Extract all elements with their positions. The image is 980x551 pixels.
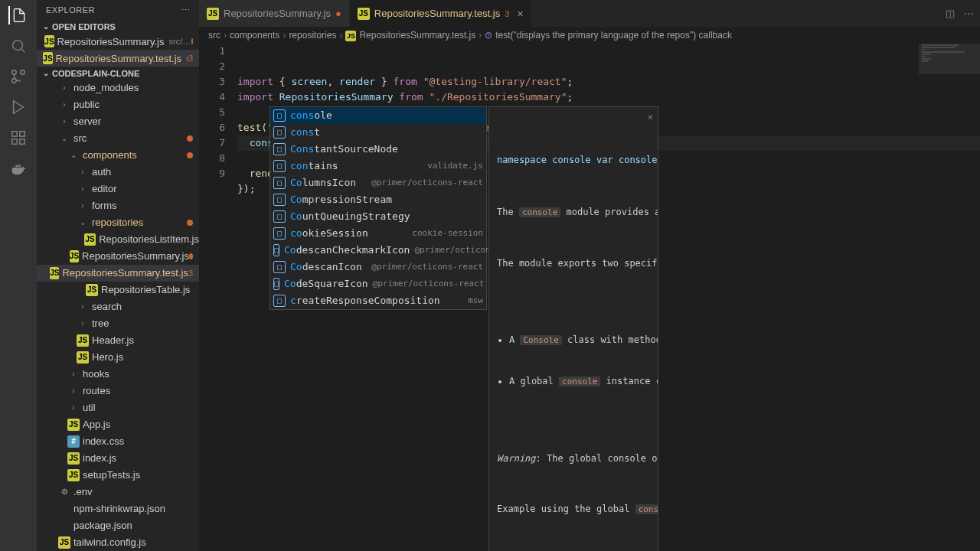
folder-item[interactable]: ⌄components — [37, 147, 199, 164]
file-item[interactable]: JStailwind.config.js — [37, 534, 199, 551]
folder-item[interactable]: ›server — [37, 113, 199, 130]
file-icon: JS — [84, 233, 96, 246]
js-icon: JS — [44, 35, 54, 47]
svg-point-2 — [21, 70, 25, 75]
folder-item[interactable]: ⌄repositories — [37, 214, 199, 231]
suggest-item[interactable]: □containsvalidate.js — [270, 158, 486, 174]
suggest-item[interactable]: □ConstantSourceNode — [270, 141, 486, 158]
modified-dot — [187, 152, 193, 158]
breadcrumb-item[interactable]: repositories — [289, 30, 336, 41]
breadcrumbs[interactable]: src›components›repositories›JS Repositor… — [199, 27, 980, 44]
folder-item[interactable]: ›editor — [37, 181, 199, 197]
tab[interactable]: JSRepositoriesSummary.test.js3× — [350, 0, 532, 27]
file-item[interactable]: JSsetupTests.js — [37, 467, 199, 484]
folder-item[interactable]: ›forms — [37, 197, 199, 214]
doc-signature: namespace console var console: Console — [497, 153, 650, 167]
suggest-item[interactable]: □CodescanCheckmarkIcon@primer/octicons-r… — [270, 242, 486, 259]
folder-item[interactable]: ›hooks — [37, 366, 199, 383]
debug-icon[interactable] — [9, 98, 28, 116]
more-icon[interactable]: ⋯ — [181, 5, 191, 15]
folder-item[interactable]: ⌄src — [37, 130, 199, 147]
symbol-icon: □ — [273, 278, 279, 290]
more-icon[interactable]: ⋯ — [964, 8, 974, 19]
open-editors-header[interactable]: ⌄ OPEN EDITORS — [37, 21, 199, 34]
project-header[interactable]: ⌄ CODESPLAIN-CLONE — [37, 67, 199, 80]
file-item[interactable]: #index.css — [37, 433, 199, 450]
suggest-item[interactable]: □cookieSessioncookie-session — [270, 225, 486, 242]
suggest-item[interactable]: □ColumnsIcon@primer/octicons-react — [270, 174, 486, 191]
svg-line-1 — [21, 49, 24, 52]
suggest-item[interactable]: □CompressionStream — [270, 191, 486, 208]
folder-item[interactable]: ›util — [37, 399, 199, 416]
suggest-item[interactable]: □createResponseCompositionmsw — [270, 292, 486, 309]
close-icon[interactable]: × — [648, 110, 653, 124]
modified-dot — [189, 253, 193, 259]
sidebar-header: EXPLORER ⋯ — [37, 0, 199, 21]
file-item[interactable]: package.json — [37, 517, 199, 534]
chevron-right-icon: › — [77, 184, 89, 193]
folder-item[interactable]: ›node_modules — [37, 80, 199, 96]
file-icon: # — [67, 435, 80, 448]
file-icon: JS — [86, 284, 98, 296]
file-item[interactable]: JSHeader.js — [37, 332, 199, 349]
file-item[interactable]: JSindex.js — [37, 450, 199, 467]
close-icon[interactable]: × — [517, 8, 523, 20]
chevron-down-icon: ⌄ — [67, 151, 80, 159]
folder-item[interactable]: ›auth — [37, 164, 199, 181]
main: JSRepositoriesSummary.js●JSRepositoriesS… — [199, 0, 980, 551]
search-icon[interactable] — [9, 37, 28, 55]
file-item[interactable]: JSRepositoriesListItem.js — [37, 231, 199, 248]
symbol-icon: □ — [273, 109, 286, 122]
chevron-down-icon: ⌄ — [58, 134, 70, 142]
file-item[interactable]: ⚙.env — [37, 484, 199, 500]
file-icon — [58, 520, 70, 532]
chevron-down-icon: ⌄ — [77, 218, 89, 227]
breadcrumb-item[interactable]: src — [208, 30, 220, 41]
folder-item[interactable]: ›routes — [37, 383, 199, 399]
extensions-icon[interactable] — [9, 129, 28, 147]
open-editor-item[interactable]: JSRepositoriesSummary.test.jssrc/compon.… — [37, 50, 199, 67]
file-icon: JS — [77, 334, 89, 347]
file-item[interactable]: JSRepositoriesSummary.test.js3 — [37, 265, 199, 282]
breadcrumb-item[interactable]: RepositoriesSummary.test.js — [359, 30, 475, 41]
file-icon: JS — [67, 419, 80, 431]
explorer-icon[interactable] — [8, 6, 27, 24]
svg-rect-8 — [12, 139, 17, 144]
suggest-item[interactable]: □const — [270, 124, 486, 141]
chevron-right-icon: › — [67, 370, 80, 378]
tab[interactable]: JSRepositoriesSummary.js● — [199, 0, 350, 27]
file-icon: JS — [77, 351, 89, 364]
gutter: 123456789 — [199, 44, 237, 551]
folder-item[interactable]: ›tree — [37, 315, 199, 332]
breadcrumb-item[interactable]: components — [230, 30, 279, 41]
chevron-right-icon: › — [58, 83, 70, 92]
breadcrumb-item[interactable]: test("displays the primary language of t… — [495, 30, 732, 41]
tabs: JSRepositoriesSummary.js●JSRepositoriesS… — [199, 0, 980, 27]
file-item[interactable]: JSRepositoriesTable.js — [37, 282, 199, 298]
folder-item[interactable]: ›public — [37, 96, 199, 113]
suggest-item[interactable]: □CodescanIcon@primer/octicons-react — [270, 259, 486, 276]
suggest-item[interactable]: □console — [270, 107, 486, 124]
minimap[interactable] — [919, 44, 980, 135]
docker-icon[interactable] — [9, 159, 28, 178]
symbol-icon: □ — [273, 244, 279, 256]
open-editor-item[interactable]: JSRepositoriesSummary.jssrc/components/r… — [37, 33, 199, 50]
file-item[interactable]: JSHero.js — [37, 349, 199, 366]
tab-actions: ◫ ⋯ — [939, 0, 980, 27]
file-item[interactable]: JSApp.js — [37, 416, 199, 433]
chevron-right-icon: › — [58, 117, 70, 126]
split-editor-icon[interactable]: ◫ — [946, 8, 955, 19]
suggest-item[interactable]: □CountQueuingStrategy — [270, 208, 486, 225]
editor[interactable]: 123456789 import { screen, render } from… — [199, 44, 980, 551]
symbol-icon: □ — [273, 261, 286, 273]
chevron-right-icon: › — [77, 319, 89, 328]
file-icon: JS — [58, 536, 70, 549]
file-item[interactable]: npm-shrinkwrap.json — [37, 500, 199, 517]
suggest-widget[interactable]: □console□const□ConstantSourceNode□contai… — [270, 106, 487, 310]
code-area[interactable]: import { screen, render } from "@testing… — [237, 44, 980, 551]
file-item[interactable]: JSRepositoriesSummary.js — [37, 248, 199, 265]
source-control-icon[interactable] — [9, 67, 28, 86]
suggest-item[interactable]: □CodeSquareIcon@primer/octicons-react — [270, 276, 486, 292]
svg-rect-9 — [20, 139, 24, 144]
folder-item[interactable]: ›search — [37, 298, 199, 315]
